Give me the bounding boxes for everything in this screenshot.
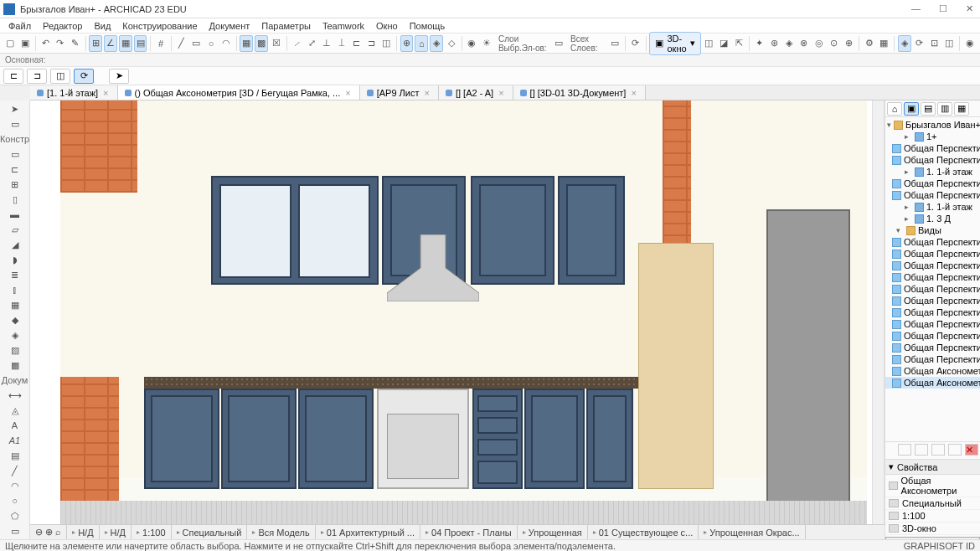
eye2-icon[interactable]: ☀ (480, 35, 493, 52)
viewport[interactable] (30, 100, 885, 551)
shell-tool-icon[interactable]: ◗ (3, 253, 27, 266)
status-cell-4[interactable]: ▸Вся Модель (247, 525, 315, 539)
slab-tool-icon[interactable]: ▱ (3, 223, 27, 236)
arrow-button[interactable]: ➤ (109, 69, 129, 84)
tree-item-11[interactable]: Общая Перспектива (885, 260, 980, 271)
minimize-button[interactable]: — (908, 2, 924, 16)
menu-документ[interactable]: Документ (204, 19, 255, 33)
tree-item-20[interactable]: Общая Аксонометри (885, 365, 980, 377)
dim-tool-icon[interactable]: ⟷ (3, 389, 27, 402)
level-tool-icon[interactable]: ◬ (3, 404, 27, 417)
tree-item-8[interactable]: ▾Виды (885, 224, 980, 236)
close-icon[interactable]: × (101, 88, 110, 98)
layer-a-icon[interactable]: ▭ (552, 35, 565, 52)
nav1-icon[interactable]: ✦ (753, 35, 766, 52)
status-cell-0[interactable]: ▸Н/Д (67, 525, 99, 539)
status-cell-6[interactable]: ▸04 Проект - Планы (420, 525, 518, 539)
t1-icon[interactable]: ⊥ (320, 35, 333, 52)
tree-item-9[interactable]: Общая Перспектива (885, 236, 980, 248)
nb4-icon[interactable] (948, 444, 962, 456)
tree-item-13[interactable]: Общая Перспектива (885, 283, 980, 295)
r1-icon[interactable]: ⚙ (863, 35, 876, 52)
drawing-tool-icon[interactable]: ▭ (3, 524, 27, 538)
t2-icon[interactable]: ⟘ (335, 35, 348, 52)
eye1-icon[interactable]: ◉ (465, 35, 478, 52)
r2-icon[interactable]: ▦ (878, 35, 891, 52)
nb1-icon[interactable] (898, 444, 911, 456)
tree-item-3[interactable]: ▸1. 1-й этаж (885, 166, 980, 178)
tree-item-19[interactable]: Общая Перспектива (885, 353, 980, 365)
status-cell-2[interactable]: ▸1:100 (132, 525, 172, 539)
tree-item-7[interactable]: ▸1. 3 Д (885, 213, 980, 224)
menu-вид[interactable]: Вид (89, 19, 116, 33)
nav5-icon[interactable]: ◎ (812, 35, 826, 52)
column-tool-icon[interactable]: ▯ (3, 193, 27, 206)
circle-tool-icon[interactable]: ○ (204, 35, 218, 52)
stair-tool-icon[interactable]: ≣ (3, 268, 27, 281)
tree-item-18[interactable]: Общая Перспектива (885, 342, 980, 353)
v4-icon[interactable]: ◇ (445, 35, 458, 52)
r4-icon[interactable]: ⟳ (913, 35, 926, 52)
r3-icon[interactable]: ◈ (898, 35, 911, 52)
menu-параметры[interactable]: Параметры (256, 19, 316, 33)
tree-item-4[interactable]: Общая Перспектива (885, 178, 980, 189)
menu-конструирование[interactable]: Конструирование (117, 19, 202, 33)
nav3-icon[interactable]: ◈ (782, 35, 796, 52)
roof-tool-icon[interactable]: ◢ (3, 238, 27, 251)
t4-icon[interactable]: ⊐ (364, 35, 378, 52)
arc2-tool-icon[interactable]: ◠ (3, 479, 27, 492)
opt3-icon[interactable]: ☒ (270, 35, 283, 52)
persp-icon[interactable]: ◫ (703, 35, 716, 52)
navigator-tree[interactable]: ▾Брызгалов Иван+▸1+Общая ПерспективаОбща… (885, 117, 980, 441)
delete-icon[interactable]: ✕ (965, 444, 978, 456)
nav-tab5-icon[interactable]: ▦ (954, 102, 969, 116)
beam-tool-icon[interactable]: ▬ (3, 208, 27, 221)
nav7-icon[interactable]: ⊕ (842, 35, 855, 52)
status-cell-9[interactable]: ▸Упрощенная Окрас... (699, 525, 805, 539)
mode2-button[interactable]: ⊐ (27, 69, 47, 84)
tree-item-15[interactable]: Общая Перспектива (885, 306, 980, 318)
v2-icon[interactable]: ⌂ (415, 35, 428, 52)
mode1-button[interactable]: ⊏ (3, 69, 23, 84)
open-icon[interactable]: ▣ (18, 35, 32, 52)
status-cell-8[interactable]: ▸01 Существующее с... (588, 525, 699, 539)
menu-файл[interactable]: Файл (3, 19, 36, 33)
nav2-icon[interactable]: ⊛ (767, 35, 781, 52)
camera-icon[interactable]: ◉ (963, 35, 977, 52)
fill-tool-icon[interactable]: ▤ (3, 449, 27, 462)
new-icon[interactable]: ▢ (3, 35, 17, 52)
tab-1[interactable]: () Общая Аксонометрия [3D / Бегущая Рамк… (118, 85, 360, 100)
tab-2[interactable]: [АР9 Лист× (360, 85, 439, 100)
tree-root[interactable]: ▾Брызгалов Иван+ (885, 119, 980, 131)
layer-b-icon[interactable]: ▭ (609, 35, 622, 52)
t5-icon[interactable]: ◫ (379, 35, 393, 52)
layer-icon[interactable]: ▤ (134, 35, 147, 52)
3d-window-button[interactable]: ▣ 3D-окно ▾ (649, 32, 700, 55)
window-tool-icon[interactable]: ⊞ (3, 178, 27, 191)
snap-icon[interactable]: ⊞ (89, 35, 102, 52)
nb2-icon[interactable] (915, 444, 928, 456)
measure-icon[interactable]: ⟋ (290, 35, 303, 52)
refresh-icon[interactable]: ⟳ (629, 35, 642, 52)
nav-tab3-icon[interactable]: ▤ (921, 102, 936, 116)
maximize-button[interactable]: ☐ (936, 2, 951, 16)
door-tool-icon[interactable]: ⊏ (3, 162, 27, 176)
opt1-icon[interactable]: ▦ (240, 35, 253, 52)
close-icon[interactable]: × (629, 88, 637, 98)
text-tool-icon[interactable]: A (3, 419, 27, 432)
tree-item-0[interactable]: ▸1+ (885, 131, 980, 142)
picker-icon[interactable]: ✎ (69, 35, 82, 52)
drawing-canvas[interactable] (60, 100, 867, 541)
tree-item-14[interactable]: Общая Перспектива (885, 295, 980, 306)
vertical-scrollbar[interactable] (872, 100, 884, 541)
arrow-tool-icon[interactable]: ➤ (3, 102, 27, 116)
status-cell-1[interactable]: ▸Н/Д (100, 525, 132, 539)
close-icon[interactable]: × (497, 88, 505, 98)
nav-tab4-icon[interactable]: ▥ (937, 102, 952, 116)
axo-icon[interactable]: ◪ (717, 35, 730, 52)
poly-tool-icon[interactable]: ⬠ (3, 509, 27, 523)
mode3-button[interactable]: ◫ (50, 69, 70, 84)
menu-помощь[interactable]: Помощь (405, 19, 451, 33)
tree-item-6[interactable]: ▸1. 1-й этаж (885, 201, 980, 213)
undo-icon[interactable]: ↶ (39, 35, 52, 52)
